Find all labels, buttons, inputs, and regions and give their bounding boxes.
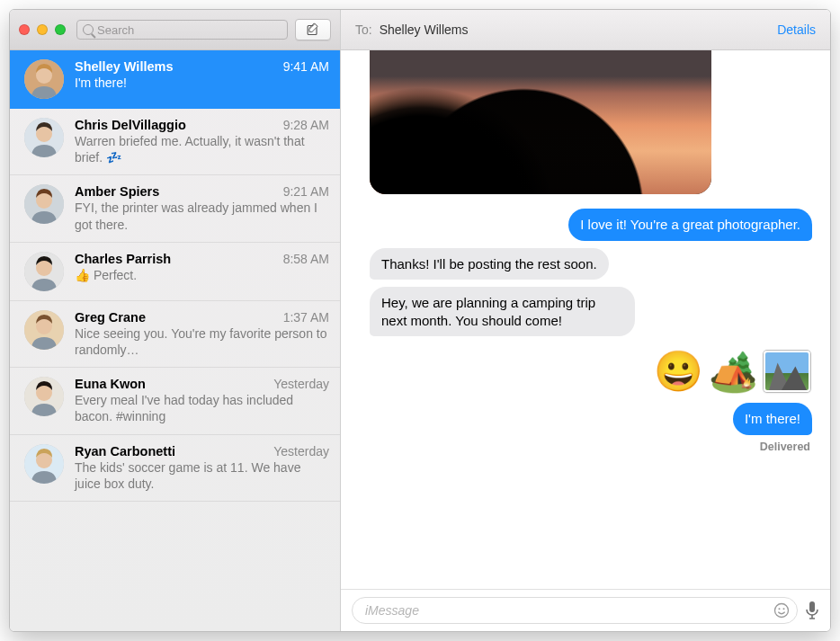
message-thread: I love it! You're a great photographer. … — [341, 50, 830, 589]
avatar — [24, 377, 64, 416]
conversation-preview: The kids' soccer game is at 11. We have … — [75, 459, 329, 492]
image-attachment[interactable] — [370, 50, 711, 194]
conversation-time: Yesterday — [273, 444, 329, 458]
conversation-preview: FYI, the printer was already jammed when… — [75, 200, 329, 232]
conversation-item[interactable]: Greg Crane 1:37 AM Nice seeing you. You'… — [10, 301, 340, 368]
conversation-item[interactable]: Charles Parrish 8:58 AM 👍 Perfect. — [10, 243, 340, 301]
compose-icon — [306, 22, 321, 38]
conversation-item[interactable]: Amber Spiers 9:21 AM FYI, the printer wa… — [10, 175, 340, 242]
conversation-time: 9:21 AM — [283, 184, 329, 199]
minimize-window-button[interactable] — [37, 24, 48, 35]
search-field[interactable] — [76, 20, 288, 40]
outgoing-message[interactable]: I'm there! — [733, 403, 812, 435]
avatar — [24, 310, 64, 350]
close-window-button[interactable] — [19, 24, 30, 35]
conversation-preview: Nice seeing you. You're my favorite pers… — [75, 325, 329, 358]
conversation-time: Yesterday — [273, 377, 329, 391]
svg-point-16 — [779, 608, 781, 610]
conversation-name: Shelley Willems — [75, 59, 173, 74]
outgoing-message[interactable]: I love it! You're a great photographer. — [568, 209, 812, 241]
conversation-pane: To: Shelley Willems Details I love it! Y… — [341, 10, 830, 631]
conversation-name: Chris DelVillaggio — [75, 118, 186, 132]
conversation-header: To: Shelley Willems Details — [341, 10, 830, 50]
window-controls — [19, 24, 66, 35]
messages-window: Shelley Willems 9:41 AM I'm there! Chris… — [9, 9, 831, 632]
conversation-name: Charles Parrish — [75, 252, 171, 266]
conversation-item[interactable]: Shelley Willems 9:41 AM I'm there! — [10, 50, 340, 109]
conversation-name: Greg Crane — [75, 310, 146, 325]
landscape-photo-icon — [764, 351, 810, 392]
incoming-message[interactable]: Hey, we are planning a camping trip next… — [370, 287, 635, 336]
sunset-photo — [370, 50, 711, 194]
conversation-preview: Warren briefed me. Actually, it wasn't t… — [75, 133, 329, 165]
svg-point-15 — [775, 604, 789, 618]
conversation-preview: I'm there! — [75, 75, 329, 91]
conversation-list[interactable]: Shelley Willems 9:41 AM I'm there! Chris… — [10, 50, 340, 631]
conversation-time: 8:58 AM — [283, 252, 329, 266]
conversation-preview: 👍 Perfect. — [75, 267, 329, 283]
message-input[interactable] — [352, 597, 798, 624]
svg-rect-18 — [809, 601, 815, 612]
conversation-name: Euna Kwon — [75, 377, 146, 391]
message-input-bar — [341, 589, 830, 631]
compose-button[interactable] — [295, 19, 331, 40]
avatar — [24, 118, 64, 157]
sidebar: Shelley Willems 9:41 AM I'm there! Chris… — [10, 10, 341, 631]
search-icon — [83, 24, 94, 35]
svg-point-17 — [783, 608, 785, 610]
maximize-window-button[interactable] — [55, 24, 66, 35]
conversation-item[interactable]: Euna Kwon Yesterday Every meal I've had … — [10, 368, 340, 434]
conversation-time: 1:37 AM — [283, 310, 329, 325]
details-link[interactable]: Details — [777, 22, 816, 37]
to-label: To: — [355, 22, 372, 37]
avatar — [24, 184, 64, 224]
conversation-name: Amber Spiers — [75, 184, 159, 199]
conversation-time: 9:28 AM — [283, 118, 329, 132]
avatar — [24, 444, 64, 484]
delivery-status: Delivered — [355, 441, 816, 453]
sidebar-header — [10, 10, 340, 50]
search-input[interactable] — [97, 23, 281, 37]
avatar — [24, 59, 64, 99]
outgoing-emoji-row[interactable]: 😀 🏕️ — [355, 351, 810, 392]
conversation-name: Ryan Carbonetti — [75, 444, 175, 458]
emoji-picker-button[interactable] — [773, 601, 791, 619]
incoming-message[interactable]: Thanks! I'll be posting the rest soon. — [370, 248, 609, 280]
grinning-face-emoji: 😀 — [654, 352, 703, 391]
conversation-preview: Every meal I've had today has included b… — [75, 392, 329, 424]
avatar — [24, 252, 64, 291]
microphone-button[interactable] — [805, 601, 819, 620]
recipient-name[interactable]: Shelley Willems — [380, 22, 778, 37]
conversation-item[interactable]: Ryan Carbonetti Yesterday The kids' socc… — [10, 435, 340, 502]
conversation-time: 9:41 AM — [283, 59, 329, 74]
camping-emoji: 🏕️ — [709, 352, 758, 391]
conversation-item[interactable]: Chris DelVillaggio 9:28 AM Warren briefe… — [10, 109, 340, 175]
